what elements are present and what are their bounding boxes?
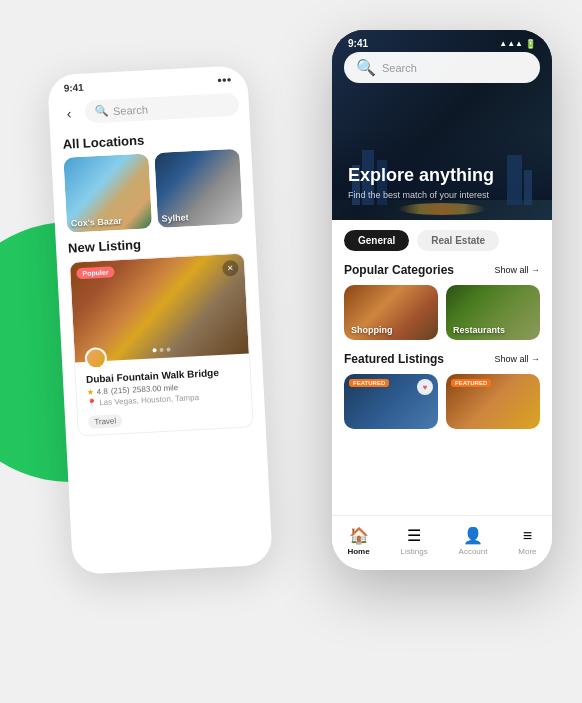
nav-more[interactable]: ≡ More (518, 527, 536, 556)
home-label: Home (347, 547, 369, 556)
shopping-label: Shopping (351, 325, 393, 335)
dot-2 (159, 348, 163, 352)
bottom-nav: 🏠 Home ☰ Listings 👤 Account ≡ More (332, 515, 552, 570)
close-button[interactable]: ✕ (222, 260, 239, 277)
dots-indicator (152, 347, 170, 352)
featured-card-1[interactable]: FEATURED ♥ (344, 374, 438, 429)
sylhet-bg: Sylhet (154, 149, 243, 228)
hero-text: Explore anything Find the best match of … (348, 165, 536, 200)
dot-3 (166, 347, 170, 351)
rating-value: 4.8 (96, 387, 108, 397)
back-arrow-button[interactable]: ‹ (59, 102, 80, 123)
distance: 2583.00 mile (132, 383, 178, 394)
back-time: 9:41 (63, 82, 84, 94)
phones-container: 9:41 ●●● ‹ 🔍 Search All Locations Cox's … (0, 0, 582, 703)
featured-badge-1: FEATURED (349, 379, 389, 387)
account-icon: 👤 (463, 526, 483, 545)
front-signal: ▲▲▲ 🔋 (499, 39, 536, 49)
listing-tag: Travel (88, 414, 123, 429)
locations-grid: Cox's Bazar Sylhet (51, 148, 255, 233)
star-icon: ★ (86, 388, 93, 397)
listings-label: Listings (401, 547, 428, 556)
heart-icon[interactable]: ♥ (417, 379, 433, 395)
featured-badge-2: FEATURED (451, 379, 491, 387)
popular-categories-title: Popular Categories (344, 263, 454, 277)
hero-title: Explore anything (348, 165, 536, 186)
hero-section: 🔍 Search Explore anything Find the best … (332, 30, 552, 220)
featured-listings-header: Featured Listings Show all → (332, 350, 552, 374)
featured-card-2[interactable]: FEATURED (446, 374, 540, 429)
listings-icon: ☰ (407, 526, 421, 545)
location-card-sylhet[interactable]: Sylhet (154, 149, 243, 228)
category-shopping[interactable]: Shopping (344, 285, 438, 340)
phone-front: 9:41 ▲▲▲ 🔋 🔍 Search (332, 30, 552, 570)
more-label: More (518, 547, 536, 556)
hero-search-placeholder: Search (382, 62, 417, 74)
restaurants-label: Restaurants (453, 325, 505, 335)
nav-account[interactable]: 👤 Account (459, 526, 488, 556)
popular-show-all[interactable]: Show all → (494, 265, 540, 275)
back-signal: ●●● (217, 75, 232, 85)
hero-subtitle: Find the best match of your interest (348, 190, 536, 200)
nav-listings[interactable]: ☰ Listings (401, 526, 428, 556)
back-search-icon: 🔍 (95, 104, 110, 118)
review-count: (215) (111, 386, 130, 396)
listing-card[interactable]: Populer ✕ Dubai Fountain Walk Bridge ★ 4… (69, 252, 254, 436)
popular-categories-header: Popular Categories Show all → (332, 261, 552, 285)
account-label: Account (459, 547, 488, 556)
featured-show-all[interactable]: Show all → (494, 354, 540, 364)
hero-search-bar[interactable]: 🔍 Search (344, 52, 540, 83)
tab-general[interactable]: General (344, 230, 409, 251)
sylhet-label: Sylhet (161, 212, 189, 223)
featured-row: FEATURED ♥ FEATURED (332, 374, 552, 429)
cox-bg: Cox's Bazar (63, 153, 152, 232)
back-search-bar[interactable]: 🔍 Search (84, 93, 239, 124)
category-restaurants[interactable]: Restaurants (446, 285, 540, 340)
front-time: 9:41 (348, 38, 368, 49)
listing-image: Populer ✕ (70, 254, 249, 363)
nav-home[interactable]: 🏠 Home (347, 526, 369, 556)
phone-back: 9:41 ●●● ‹ 🔍 Search All Locations Cox's … (47, 65, 273, 575)
front-status-bar: 9:41 ▲▲▲ 🔋 (332, 30, 552, 53)
dot-1 (152, 348, 156, 352)
location-card-cox[interactable]: Cox's Bazar (63, 153, 152, 232)
home-icon: 🏠 (349, 526, 369, 545)
featured-listings-title: Featured Listings (344, 352, 444, 366)
popular-badge: Populer (76, 266, 115, 279)
cox-label: Cox's Bazar (71, 216, 123, 229)
battery-icon: 🔋 (525, 39, 536, 49)
tabs-row: General Real Estate (332, 220, 552, 261)
more-icon: ≡ (523, 527, 532, 545)
pin-icon: 📍 (87, 398, 97, 408)
categories-row: Shopping Restaurants (332, 285, 552, 350)
hero-search-icon: 🔍 (356, 58, 376, 77)
tab-real-estate[interactable]: Real Estate (417, 230, 499, 251)
back-search-placeholder: Search (113, 103, 148, 117)
